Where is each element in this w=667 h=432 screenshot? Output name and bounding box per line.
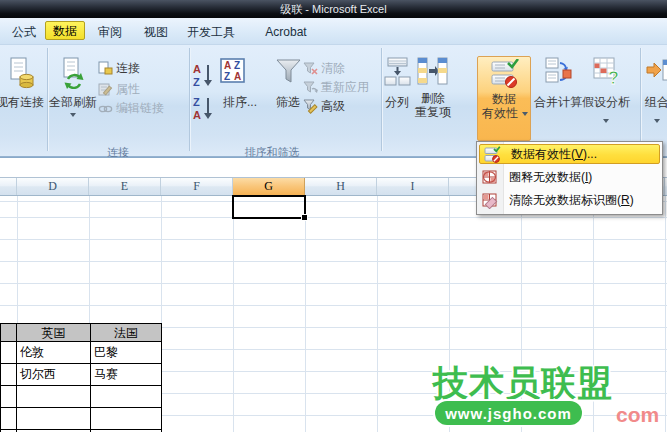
column-header-h[interactable]: H <box>305 178 377 195</box>
connections-label: 连接 <box>116 60 140 77</box>
svg-text:A: A <box>193 109 201 120</box>
table-cell[interactable]: 巴黎 <box>90 342 162 364</box>
text-to-columns-icon <box>384 57 411 86</box>
table-cell[interactable] <box>16 386 90 408</box>
tab-developer[interactable]: 开发工具 <box>182 23 240 41</box>
connections-icon <box>98 61 113 76</box>
existing-connections-button[interactable]: 现有连接 <box>0 96 56 109</box>
edit-links-button[interactable]: 编辑链接 <box>98 100 164 116</box>
menu-item-label: 数据有效性(V)... <box>511 146 597 163</box>
menu-item-circle-invalid-data[interactable]: 圈释无效数据(I) <box>478 166 661 189</box>
title-bar: 级联 - Microsoft Excel <box>0 0 667 18</box>
what-if-dropdown-arrow[interactable] <box>603 119 609 123</box>
tab-data[interactable]: 数据 <box>45 21 85 40</box>
clear-validation-circles-icon <box>482 192 499 209</box>
svg-text:Z: Z <box>193 96 200 108</box>
table-cell[interactable] <box>0 386 16 408</box>
excel-window: 级联 - Microsoft Excel 公式 数据 审阅 视图 开发工具 Ac… <box>0 0 667 432</box>
clear-filter-icon <box>303 61 318 76</box>
clear-filter-button[interactable]: 清除 <box>303 60 345 76</box>
refresh-all-dropdown-arrow[interactable] <box>70 113 76 117</box>
column-header-partial[interactable] <box>0 178 17 195</box>
ribbon-tab-row: 公式 数据 审阅 视图 开发工具 Acrobat <box>0 18 667 45</box>
data-validation-dropdown-arrow[interactable] <box>522 112 528 116</box>
group-button[interactable]: 组合 <box>644 96 667 109</box>
clear-filter-label: 清除 <box>321 60 345 77</box>
svg-text:Z: Z <box>193 76 200 87</box>
watermark-ghost-text: com <box>616 403 659 427</box>
table-header-row: 英国 法国 <box>0 323 162 342</box>
column-header-d[interactable]: D <box>17 178 89 195</box>
advanced-filter-label: 高级 <box>321 98 345 115</box>
properties-icon <box>98 82 113 97</box>
group-dropdown-arrow[interactable] <box>654 119 660 123</box>
reapply-filter-icon <box>303 80 318 95</box>
sort-ascending-icon[interactable]: A Z <box>191 62 215 87</box>
watermark-title: 技术员联盟 <box>433 360 613 407</box>
group-separator <box>640 48 642 151</box>
svg-text:Z: Z <box>224 71 230 82</box>
remove-duplicates-button-line2[interactable]: 重复项 <box>414 106 452 119</box>
column-header-g-selected[interactable]: G <box>233 178 305 195</box>
table-header-uk[interactable]: 英国 <box>16 323 90 342</box>
table-row <box>0 386 162 408</box>
menu-item-data-validation[interactable]: 数据有效性(V)... <box>479 144 660 164</box>
svg-text:?: ? <box>608 68 619 86</box>
table-cell[interactable]: 伦敦 <box>16 342 90 364</box>
column-header-e[interactable]: E <box>89 178 161 195</box>
properties-label: 属性 <box>116 81 140 98</box>
edit-links-label: 编辑链接 <box>116 100 164 117</box>
group-separator <box>381 48 383 151</box>
data-validation-label-line2: 有效性 <box>478 107 522 120</box>
remove-duplicates-button[interactable]: 删除 <box>420 92 446 105</box>
tab-view[interactable]: 视图 <box>138 23 174 41</box>
reapply-filter-label: 重新应用 <box>321 79 369 96</box>
table-row: 切尔西 马赛 <box>0 364 162 386</box>
table-cell[interactable] <box>16 408 90 430</box>
window-title: 级联 - Microsoft Excel <box>0 0 667 18</box>
remove-duplicates-icon <box>417 57 448 86</box>
table-cell[interactable] <box>0 408 16 430</box>
filter-button[interactable]: 筛选 <box>276 96 300 109</box>
edit-links-icon <box>98 101 113 116</box>
column-header-f[interactable]: F <box>161 178 233 195</box>
menu-item-label: 清除无效数据标识圈(R) <box>509 192 634 209</box>
table-cell[interactable]: 切尔西 <box>16 364 90 386</box>
table-cell[interactable] <box>90 408 162 430</box>
table-header-cell[interactable] <box>0 323 16 342</box>
watermark-url-badge: www.jsgho.com <box>435 401 582 425</box>
table-cell[interactable]: 马赛 <box>90 364 162 386</box>
group-outline-icon <box>646 58 667 82</box>
refresh-all-button[interactable]: 全部刷新 <box>49 96 97 109</box>
selected-cell[interactable] <box>232 195 306 219</box>
data-validation-button[interactable]: 数据 有效性 <box>477 56 531 141</box>
consolidate-button[interactable]: 合并计算 <box>533 96 583 109</box>
connections-button[interactable]: 连接 <box>98 60 140 76</box>
sort-button[interactable]: 排序... <box>214 96 266 109</box>
data-validation-menu-icon <box>484 146 501 163</box>
table-row: 伦敦 巴黎 <box>0 342 162 364</box>
data-validation-icon <box>491 59 519 89</box>
data-validation-menu: 数据有效性(V)... 圈释无效数据(I) 清除无效数据标识圈(R) <box>476 141 663 215</box>
advanced-filter-button[interactable]: 高级 <box>303 98 345 114</box>
what-if-analysis-icon: ? <box>592 56 621 86</box>
svg-text:Z: Z <box>234 60 240 71</box>
table-cell[interactable] <box>0 364 16 386</box>
tab-acrobat[interactable]: Acrobat <box>258 23 314 41</box>
tab-review[interactable]: 审阅 <box>92 23 128 41</box>
properties-button[interactable]: 属性 <box>98 81 140 97</box>
sort-descending-icon[interactable]: Z A <box>191 95 215 120</box>
sort-dialog-icon: A Z Z A <box>220 58 245 83</box>
text-to-columns-button[interactable]: 分列 <box>385 96 409 109</box>
what-if-analysis-button[interactable]: 假设分析 <box>581 96 631 109</box>
svg-text:A: A <box>234 71 241 82</box>
advanced-filter-icon <box>303 99 318 114</box>
table-cell[interactable] <box>0 342 16 364</box>
reapply-filter-button[interactable]: 重新应用 <box>303 79 369 95</box>
table-header-france[interactable]: 法国 <box>90 323 162 342</box>
fill-handle[interactable] <box>301 214 308 221</box>
tab-formulas[interactable]: 公式 <box>6 23 42 41</box>
column-header-i[interactable]: I <box>377 178 449 195</box>
table-cell[interactable] <box>90 386 162 408</box>
menu-item-clear-validation-circles[interactable]: 清除无效数据标识圈(R) <box>478 189 661 212</box>
